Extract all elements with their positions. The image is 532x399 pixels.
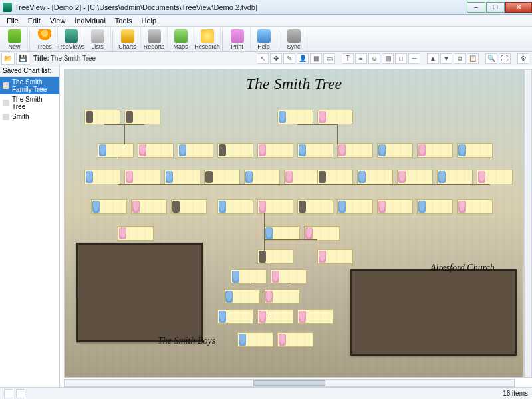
chart-tool-bring-front[interactable]: ▲ [427,53,439,64]
person-card[interactable] [397,170,433,184]
person-card[interactable] [237,332,273,347]
person-card[interactable] [84,170,120,184]
person-card[interactable] [171,200,207,214]
tree-title[interactable]: The Smith Tree [65,75,523,93]
saved-chart-item[interactable]: Smith [0,112,59,122]
person-card[interactable] [377,143,413,158]
chart-tool-add-box[interactable]: ▭ [323,53,335,64]
chart-tool-copy[interactable]: ⧉ [454,53,466,64]
toolbar-sync-button[interactable]: Sync [281,27,307,51]
chart-tool-box[interactable]: □ [395,53,407,64]
chart-tool-line[interactable]: ─ [408,53,420,64]
person-card[interactable] [244,170,280,184]
person-card[interactable] [457,143,493,158]
chart-tool-send-back[interactable]: ▼ [440,53,452,64]
person-card[interactable] [84,110,120,124]
person-card[interactable] [277,332,313,347]
menu-edit[interactable]: Edit [24,16,45,25]
chart-tool-fit[interactable]: ⛶ [499,53,511,64]
toolbar-reports-button[interactable]: Reports [141,27,168,51]
person-card[interactable] [457,200,493,214]
toolbar-trees-button[interactable]: Trees [31,27,58,51]
toolbar-help-button[interactable]: Help [251,27,277,51]
toolbar-lists-button[interactable]: Lists [84,27,111,51]
caption[interactable]: Alresford Church [430,263,495,273]
chart-tool-picture[interactable]: ▤ [382,53,394,64]
vertical-scrollbar[interactable] [524,69,532,378]
saved-chart-item[interactable]: The Smith Tree [0,94,59,112]
person-card[interactable] [217,309,253,324]
window-maximize-button[interactable] [486,2,505,13]
person-card[interactable] [297,143,333,158]
person-card[interactable] [357,170,393,184]
chart-tool-settings[interactable]: ⚙ [517,53,529,64]
person-card[interactable] [377,200,413,214]
chart-tool-add-person[interactable]: 👤 [297,53,309,64]
person-card[interactable] [224,289,260,304]
person-card[interactable] [217,200,253,214]
person-card[interactable] [257,249,293,264]
menu-tools[interactable]: Tools [111,16,136,25]
person-card[interactable] [124,170,160,184]
person-card[interactable] [98,143,134,158]
person-card[interactable] [217,143,253,158]
window-close-button[interactable] [505,2,532,13]
chart-tool-add-photo[interactable]: ▦ [310,53,322,64]
chart-tool-zoom[interactable]: 🔍 [485,53,497,64]
toolbar-print-button[interactable]: Print [224,27,251,51]
person-card[interactable] [118,226,154,241]
person-card[interactable] [317,170,353,184]
menu-file[interactable]: File [3,16,23,25]
chart-tool-pan[interactable]: ✥ [270,53,282,64]
person-card[interactable] [297,200,333,214]
chart-tool-person-icon[interactable]: ☺ [368,53,380,64]
person-card[interactable] [204,170,240,184]
person-card[interactable] [417,200,453,214]
person-card[interactable] [477,170,513,184]
person-card[interactable] [337,200,373,214]
horizontal-scrollbar[interactable] [64,379,515,387]
person-card[interactable] [417,143,453,158]
person-card[interactable] [124,110,160,124]
person-card[interactable] [277,110,313,124]
person-card[interactable] [337,143,373,158]
chart-canvas[interactable]: The Smith Tree The Smith BoysAlresford C… [64,69,524,378]
chart-tool-align-left[interactable]: ≡ [355,53,367,64]
caption[interactable]: The Smith Boys [158,336,215,346]
menu-view[interactable]: View [46,16,70,25]
status-icon-2[interactable] [16,389,25,398]
person-card[interactable] [257,200,293,214]
open-file-button[interactable]: 📂 [1,53,15,65]
person-card[interactable] [131,200,167,214]
chart-tool-pointer[interactable]: ↖ [257,53,269,64]
save-file-button[interactable]: 💾 [16,53,29,65]
person-card[interactable] [164,170,200,184]
horizontal-scrollbar-thumb[interactable] [253,380,325,386]
menu-help[interactable]: Help [138,16,161,25]
toolbar-treeviews-button[interactable]: TreeViews [58,27,84,51]
photo-alresford-church[interactable] [350,269,517,356]
person-card[interactable] [284,170,320,184]
person-card[interactable] [317,249,353,264]
toolbar-new-button[interactable]: New [1,27,28,51]
menu-individual[interactable]: Individual [70,16,109,25]
person-card[interactable] [271,269,307,284]
toolbar-research-button[interactable]: Research [194,27,221,51]
person-card[interactable] [317,110,353,124]
person-card[interactable] [231,269,267,284]
photo-smith-boys[interactable] [76,243,203,342]
person-card[interactable] [178,143,213,158]
window-minimize-button[interactable] [467,2,485,13]
person-card[interactable] [297,309,333,324]
person-card[interactable] [138,143,174,158]
chart-tool-paste[interactable]: 📋 [467,53,479,64]
toolbar-maps-button[interactable]: Maps [168,27,194,51]
person-card[interactable] [257,309,293,324]
saved-chart-item[interactable]: The Smith Family Tree [0,77,59,94]
person-card[interactable] [304,226,340,241]
person-card[interactable] [437,170,473,184]
person-card[interactable] [257,143,293,158]
toolbar-charts-button[interactable]: Charts [114,27,141,51]
status-icon-1[interactable] [4,389,13,398]
chart-viewport[interactable]: The Smith Tree The Smith BoysAlresford C… [60,65,532,387]
